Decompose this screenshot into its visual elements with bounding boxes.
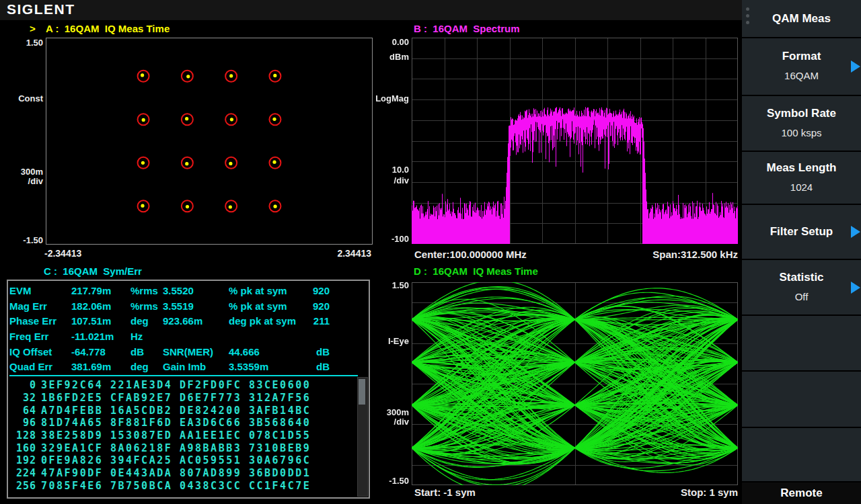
sym-err-box: EVM217.79m%rms3.5520% pk at sym920Mag Er… bbox=[7, 280, 370, 499]
meas-row: EVM217.79m%rms3.5520% pk at sym920 bbox=[9, 285, 330, 300]
hex-row: 64A7D4FEBB16A5CDB2DE8242003AFB14BC bbox=[9, 404, 313, 417]
hex-row: 22447AF90DF0E443ADA807AD89936BD0DD1 bbox=[9, 467, 313, 480]
b-center-freq-label: Center:100.000000 MHz bbox=[414, 249, 527, 260]
softkey-symbol-rate[interactable]: Symbol Rate 100 ksps bbox=[742, 96, 861, 151]
d-y-div2-label: /div bbox=[369, 417, 409, 427]
submenu-arrow-icon bbox=[851, 60, 860, 73]
quad-d-title[interactable]: D : 16QAM IQ Meas Time bbox=[414, 265, 538, 277]
softkey-format-label: Format bbox=[782, 49, 821, 64]
hex-row: 321B6FD2E5CFAB92E7D6E7F773312A7F56 bbox=[9, 392, 313, 405]
table-separator bbox=[9, 375, 358, 376]
grip-dots-icon bbox=[746, 7, 749, 24]
constellation-canvas bbox=[46, 38, 372, 244]
softkey-symbol-rate-value: 100 ksps bbox=[781, 125, 821, 141]
d-start-label: Start: -1 sym bbox=[414, 487, 476, 498]
a-y-div-label: 300m bbox=[3, 167, 43, 177]
softkey-blank-3 bbox=[742, 428, 861, 481]
menu-header-qam-meas: QAM Meas bbox=[742, 0, 861, 37]
meas-row: Phase Err107.51mdeg923.66mdeg pk at sym2… bbox=[9, 315, 330, 331]
eye-diagram-canvas bbox=[412, 282, 738, 485]
a-y-div2-label: /div bbox=[3, 176, 43, 186]
meas-row: Mag Err182.06m%rms3.5519% pk at sym920 bbox=[9, 300, 330, 316]
hex-row: 160329EA1CF8A06218FA98BABB37310BEB9 bbox=[9, 442, 313, 454]
d-stop-label: Stop: 1 sym bbox=[637, 487, 738, 498]
hex-row: 12838E258D9153087EDAA1EE1EC078C1D55 bbox=[9, 429, 313, 442]
softkey-blank-1 bbox=[742, 316, 861, 370]
b-y-top-label: 0.00 bbox=[369, 37, 409, 47]
softkey-meas-length-value: 1024 bbox=[790, 179, 813, 196]
a-y-top-label: 1.50 bbox=[3, 38, 43, 48]
softkey-meas-length-label: Meas Length bbox=[767, 161, 837, 175]
b-y-name-label: LogMag bbox=[369, 93, 409, 103]
b-y-div2-label: /div bbox=[369, 175, 409, 185]
active-trace-marker: > bbox=[30, 23, 36, 34]
b-y-unit-label: dBm bbox=[369, 52, 409, 62]
softkey-blank-2 bbox=[742, 372, 861, 427]
constellation-plot bbox=[46, 38, 373, 245]
spectrum-plot bbox=[412, 38, 738, 244]
softkey-statistic-label: Statistic bbox=[779, 270, 823, 285]
hex-row: 9681D74A658F881F6DEA3D6C663B568640 bbox=[9, 417, 313, 429]
softkey-filter-setup[interactable]: Filter Setup bbox=[742, 205, 861, 259]
softkey-meas-length[interactable]: Meas Length 1024 bbox=[742, 152, 861, 204]
meas-table: EVM217.79m%rms3.5520% pk at sym920Mag Er… bbox=[9, 285, 330, 376]
softkey-filter-setup-label: Filter Setup bbox=[770, 224, 833, 239]
hex-scrollbar-thumb[interactable] bbox=[359, 379, 365, 405]
remote-button[interactable]: Remote bbox=[742, 482, 861, 504]
b-y-bottom-label: -100 bbox=[369, 234, 409, 244]
softkey-statistic[interactable]: Statistic Off bbox=[742, 260, 861, 314]
menu-header-label: QAM Meas bbox=[772, 11, 831, 26]
meas-row: Freq Err-11.021mHz bbox=[9, 331, 330, 346]
softkey-format-value: 16QAM bbox=[784, 68, 819, 84]
softkey-menu: QAM Meas Format 16QAM Symbol Rate 100 ks… bbox=[742, 0, 861, 504]
a-y-bottom-label: -1.50 bbox=[3, 235, 43, 245]
quad-a-title[interactable]: A : 16QAM IQ Meas Time bbox=[46, 23, 170, 34]
hex-symbol-table: 03EF92C64221AE3D4DF2FD0FC83CE0600321B6FD… bbox=[9, 379, 313, 492]
d-y-name-label: I-Eye bbox=[369, 336, 409, 346]
submenu-arrow-icon bbox=[851, 226, 860, 238]
hex-row: 1920FE9A826394FCA25AC05955130A6796C bbox=[9, 454, 313, 467]
b-y-div-label: 10.0 bbox=[369, 165, 409, 175]
softkey-statistic-value: Off bbox=[795, 289, 809, 305]
d-y-bottom-label: -1.50 bbox=[369, 476, 409, 486]
a-y-name-label: Const bbox=[3, 93, 43, 103]
d-y-div-label: 300m bbox=[369, 407, 409, 417]
vsa-screen: SIGLENT > A : 16QAM IQ Meas Time 1.50 Co… bbox=[0, 0, 861, 504]
meas-row: Quad Err381.69mdegGain Imb3.5359mdB bbox=[9, 361, 330, 376]
quad-c-title[interactable]: C : 16QAM Sym/Err bbox=[44, 265, 142, 277]
softkey-symbol-rate-label: Symbol Rate bbox=[767, 106, 836, 121]
hex-scrollbar-track[interactable] bbox=[357, 377, 368, 497]
spectrum-canvas bbox=[412, 38, 738, 244]
meas-row: IQ Offset-64.778dBSNR(MER)44.666dB bbox=[9, 346, 330, 362]
a-x-right-label: 2.34413 bbox=[270, 248, 371, 259]
submenu-arrow-icon bbox=[851, 282, 860, 294]
siglent-logo: SIGLENT bbox=[7, 1, 75, 17]
a-x-left-label: -2.34413 bbox=[44, 248, 81, 259]
hex-row: 2567085F4E67B750BCA0438C3CCCC1F4C7E bbox=[9, 480, 313, 493]
eye-diagram-plot bbox=[412, 282, 738, 485]
d-y-top-label: 1.50 bbox=[369, 280, 409, 290]
softkey-format[interactable]: Format 16QAM bbox=[742, 38, 861, 95]
b-span-label: Span:312.500 kHz bbox=[637, 249, 738, 260]
quad-b-title[interactable]: B : 16QAM Spectrum bbox=[414, 23, 520, 34]
hex-row: 03EF92C64221AE3D4DF2FD0FC83CE0600 bbox=[9, 379, 313, 392]
top-bar: SIGLENT bbox=[0, 0, 742, 20]
